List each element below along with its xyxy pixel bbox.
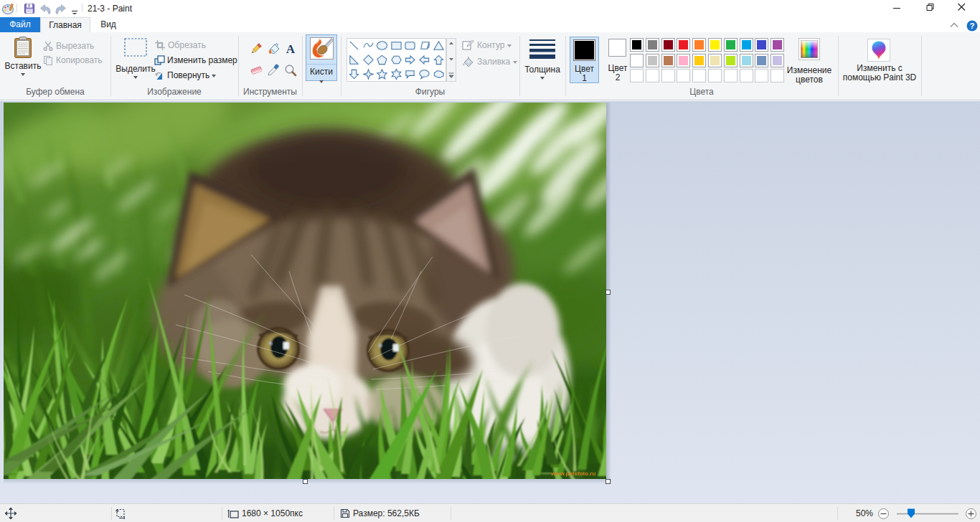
svg-text:?: ?: [969, 22, 974, 30]
svg-text:A: A: [286, 42, 296, 55]
svg-text:www.petsfoto.ru: www.petsfoto.ru: [550, 470, 595, 477]
